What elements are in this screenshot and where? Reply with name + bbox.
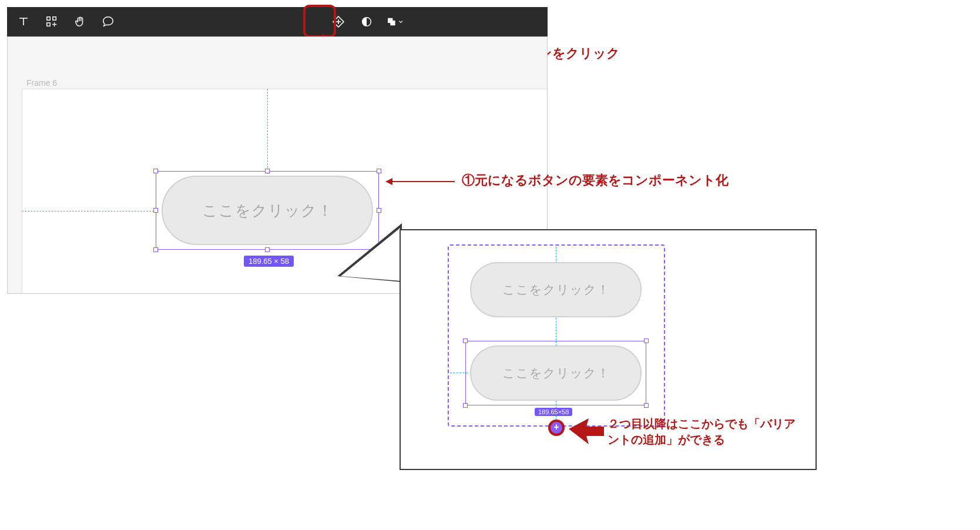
callout-tail-fill bbox=[341, 228, 400, 281]
callout-panel: ここをクリック！ ここをクリック！ 189.65×58 + ２つ目以降はここから… bbox=[400, 229, 817, 470]
annotation-circle-plus bbox=[548, 420, 565, 436]
selection-handle[interactable] bbox=[153, 247, 158, 252]
selection-handle[interactable] bbox=[463, 338, 468, 343]
annotation-plus-note: ２つ目以降はここからでも「バリア ントの追加」ができる bbox=[608, 416, 796, 448]
svg-rect-5 bbox=[390, 21, 395, 25]
annotation-line-2: ントの追加」ができる bbox=[608, 433, 725, 446]
svg-marker-8 bbox=[385, 178, 392, 185]
boolean-tool[interactable] bbox=[387, 14, 403, 30]
selection-handle[interactable] bbox=[377, 208, 381, 213]
selection-handle[interactable] bbox=[377, 169, 381, 173]
annotation-arrow-step1 bbox=[385, 176, 456, 187]
selection-handle[interactable] bbox=[265, 169, 270, 173]
svg-rect-1 bbox=[53, 17, 56, 21]
alignment-guide-vertical bbox=[267, 89, 268, 174]
selection-handle[interactable] bbox=[153, 208, 158, 213]
size-badge: 189.65 × 58 bbox=[244, 256, 294, 267]
chevron-down-icon bbox=[398, 19, 403, 25]
variant-button-1[interactable]: ここをクリック！ bbox=[470, 262, 642, 317]
selection-box bbox=[465, 341, 646, 405]
add-variant-button[interactable] bbox=[330, 14, 347, 30]
annotation-line-1: ２つ目以降はここからでも「バリア bbox=[608, 417, 796, 430]
comment-tool[interactable] bbox=[100, 14, 116, 30]
text-tool[interactable] bbox=[15, 14, 32, 30]
hand-tool[interactable] bbox=[72, 14, 88, 30]
svg-rect-0 bbox=[47, 17, 51, 21]
annotation-cursor-arrow-plus bbox=[569, 418, 604, 444]
selection-handle[interactable] bbox=[265, 247, 270, 252]
button-label: ここをクリック！ bbox=[502, 281, 610, 298]
selection-handle[interactable] bbox=[463, 403, 468, 408]
alignment-guide-horizontal bbox=[22, 211, 157, 212]
svg-rect-2 bbox=[47, 23, 51, 26]
toolbar bbox=[7, 7, 548, 36]
annotation-step1: ①元になるボタンの要素をコンポーネント化 bbox=[462, 172, 729, 189]
mask-tool[interactable] bbox=[358, 14, 375, 30]
svg-marker-9 bbox=[569, 418, 604, 444]
frame-label: Frame 6 bbox=[26, 78, 57, 88]
selection-handle[interactable] bbox=[644, 403, 649, 408]
size-badge: 189.65×58 bbox=[535, 408, 572, 416]
components-tool[interactable] bbox=[43, 14, 60, 30]
selection-handle[interactable] bbox=[153, 169, 158, 173]
selection-handle[interactable] bbox=[644, 338, 649, 343]
